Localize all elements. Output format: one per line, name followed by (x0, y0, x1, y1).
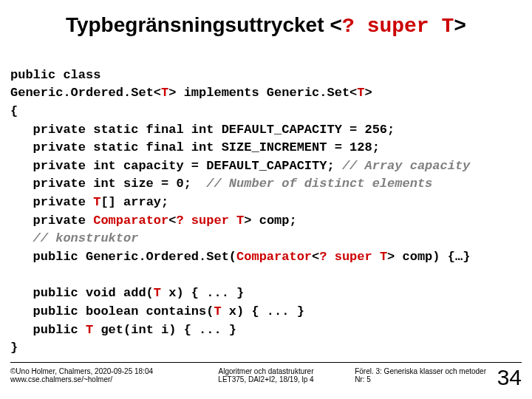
code-block: public class Generic.Ordered.Set<T> impl… (10, 48, 522, 358)
code-line: public Generic.Ordered.Set(Comparator<? … (33, 250, 471, 264)
footer: ©Uno Holmer, Chalmers, 2020-09-25 18:04 … (10, 362, 522, 392)
footer-course: Algoritmer och datastrukturer (218, 367, 313, 375)
title-mono-red: ? super T (342, 15, 454, 38)
title-text: Typbegränsningsuttrycket (66, 13, 330, 36)
footer-right: Förel. 3: Generiska klasser och metoder … (355, 367, 486, 383)
footer-middle: Algoritmer och datastrukturer LET375, DA… (218, 367, 313, 383)
slide: Typbegränsningsuttrycket <? super T> pub… (0, 0, 532, 399)
footer-lecture: Förel. 3: Generiska klasser och metoder (355, 367, 486, 375)
code-line: { (10, 104, 18, 118)
code-line: private T[] array; (33, 195, 169, 209)
title-mono-post: > (454, 15, 466, 38)
footer-url: www.cse.chalmers.se/~holmer/ (10, 375, 153, 383)
code-line: Generic.Ordered.Set<T> implements Generi… (10, 86, 372, 100)
code-line: private int size = 0; // Number of disti… (33, 177, 433, 191)
page-number: 34 (497, 365, 522, 390)
code-line: public void add(T x) { ... } (33, 286, 245, 300)
code-line: private Comparator<? super T> comp; (33, 214, 297, 228)
code-line: private static final int SIZE_INCREMENT … (33, 140, 380, 154)
code-line: } (10, 341, 18, 355)
title-mono-pre: < (330, 15, 342, 38)
code-line: public T get(int i) { ... } (33, 323, 236, 337)
footer-coursecode: LET375, DAI2+I2, 18/19, lp 4 (218, 375, 313, 383)
code-line: public class (10, 68, 100, 82)
code-line: private int capacity = DEFAULT_CAPACITY;… (33, 159, 471, 173)
code-line: // konstruktor (33, 231, 139, 245)
code-line: public boolean contains(T x) { ... } (33, 304, 304, 318)
footer-left: ©Uno Holmer, Chalmers, 2020-09-25 18:04 … (10, 367, 153, 383)
footer-number: Nr: 5 (355, 375, 486, 383)
code-line: private static final int DEFAULT_CAPACIT… (33, 123, 395, 137)
slide-title: Typbegränsningsuttrycket <? super T> (10, 13, 522, 38)
footer-copyright: ©Uno Holmer, Chalmers, 2020-09-25 18:04 (10, 367, 153, 375)
